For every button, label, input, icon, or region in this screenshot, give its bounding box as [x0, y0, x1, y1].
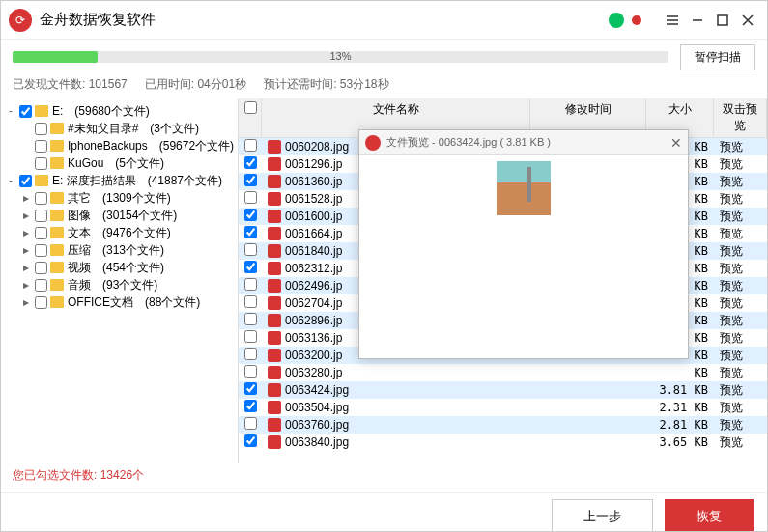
- file-checkbox[interactable]: [244, 278, 257, 291]
- file-checkbox[interactable]: [244, 295, 257, 308]
- file-checkbox[interactable]: [244, 417, 257, 430]
- pause-scan-button[interactable]: 暂停扫描: [680, 44, 755, 70]
- action-row: 上一步 恢复: [1, 492, 767, 532]
- prev-step-button[interactable]: 上一步: [552, 499, 653, 533]
- expand-icon[interactable]: ▸: [20, 295, 32, 309]
- select-all-checkbox[interactable]: [244, 101, 257, 114]
- folder-tree[interactable]: -E: (59680个文件)#未知父目录# (3个文件)IphoneBackup…: [1, 98, 239, 463]
- file-checkbox[interactable]: [244, 313, 257, 325]
- tree-checkbox[interactable]: [35, 262, 47, 274]
- file-checkbox[interactable]: [244, 365, 257, 378]
- wechat-icon[interactable]: [609, 13, 624, 28]
- preview-title: 文件预览 - 0063424.jpg ( 3.81 KB ): [386, 135, 551, 150]
- menu-button[interactable]: [661, 9, 684, 32]
- file-checkbox[interactable]: [244, 243, 257, 256]
- file-icon: [268, 366, 281, 379]
- tree-checkbox[interactable]: [35, 123, 47, 135]
- tree-item[interactable]: ▸文本 (9476个文件): [1, 224, 238, 241]
- close-button[interactable]: [736, 9, 759, 32]
- file-icon: [268, 401, 281, 414]
- tree-item[interactable]: ▸音频 (93个文件): [1, 276, 238, 294]
- progress-fill: [13, 51, 98, 63]
- file-name: 0060208.jpg: [285, 140, 349, 154]
- tree-checkbox[interactable]: [35, 279, 47, 292]
- file-size: 3.65 KB: [646, 433, 714, 452]
- file-icon: [268, 383, 281, 397]
- file-checkbox[interactable]: [244, 330, 257, 343]
- file-row[interactable]: 0063424.jpg3.81 KB预览: [239, 381, 767, 399]
- file-name: 0062704.jp: [285, 296, 342, 310]
- file-checkbox[interactable]: [244, 348, 257, 360]
- tree-item[interactable]: ▸视频 (454个文件): [1, 259, 238, 276]
- recover-button[interactable]: 恢复: [665, 499, 754, 533]
- folder-icon: [50, 296, 64, 308]
- file-icon: [268, 435, 281, 449]
- file-preview-link[interactable]: 预览: [714, 432, 767, 454]
- progress-percent: 13%: [329, 50, 351, 62]
- svg-rect-0: [718, 15, 727, 25]
- expand-icon[interactable]: ▸: [20, 278, 32, 292]
- expand-icon[interactable]: -: [5, 174, 16, 187]
- file-name: 0063840.jpg: [285, 435, 349, 449]
- notification-dot-icon[interactable]: [632, 15, 641, 25]
- file-row[interactable]: 0063504.jpg2.31 KB预览: [239, 399, 767, 416]
- file-checkbox[interactable]: [244, 174, 257, 186]
- expand-icon[interactable]: ▸: [20, 243, 32, 257]
- tree-item[interactable]: -E: 深度扫描结果 (41887个文件): [1, 172, 238, 189]
- tree-checkbox[interactable]: [35, 227, 47, 239]
- tree-checkbox[interactable]: [35, 157, 47, 170]
- tree-checkbox[interactable]: [35, 140, 47, 153]
- file-name: 0063760.jpg: [285, 418, 349, 432]
- file-row[interactable]: 0063840.jpg3.65 KB预览: [239, 434, 767, 451]
- file-checkbox[interactable]: [244, 156, 257, 169]
- header-preview[interactable]: 双击预览: [714, 98, 767, 137]
- file-row[interactable]: 0063760.jpg2.81 KB预览: [239, 416, 767, 434]
- file-name: 0063424.jpg: [285, 383, 349, 397]
- file-checkbox[interactable]: [244, 191, 257, 204]
- expand-icon[interactable]: -: [5, 104, 16, 118]
- expand-icon[interactable]: ▸: [20, 261, 32, 274]
- tree-checkbox[interactable]: [19, 175, 32, 187]
- tree-checkbox[interactable]: [35, 210, 47, 222]
- folder-icon: [50, 262, 64, 273]
- preview-close-button[interactable]: ✕: [670, 135, 682, 151]
- tree-item[interactable]: ▸压缩 (313个文件): [1, 241, 238, 259]
- file-list: 文件名称 修改时间 大小 双击预览 0060208.jpg3.87 KB预览00…: [239, 98, 767, 463]
- minimize-button[interactable]: [686, 9, 709, 32]
- tree-checkbox[interactable]: [35, 244, 47, 257]
- file-checkbox[interactable]: [244, 139, 257, 152]
- file-row[interactable]: 0063280.jpKB预览: [239, 364, 767, 381]
- file-name: 0063200.jp: [285, 349, 342, 362]
- tree-item[interactable]: IphoneBackups (59672个文件): [1, 137, 238, 154]
- folder-icon: [50, 244, 64, 256]
- file-icon: [268, 175, 281, 188]
- preview-logo-icon: [365, 135, 381, 151]
- file-name: 0061664.jp: [285, 227, 342, 240]
- tree-item[interactable]: ▸图像 (30154个文件): [1, 207, 238, 224]
- file-icon: [268, 418, 281, 432]
- folder-icon: [35, 175, 48, 186]
- expand-icon[interactable]: ▸: [20, 209, 32, 222]
- file-size: 2.81 KB: [646, 415, 714, 434]
- tree-item[interactable]: #未知父目录# (3个文件): [1, 120, 238, 137]
- file-icon: [268, 296, 281, 310]
- file-checkbox[interactable]: [244, 226, 257, 238]
- folder-icon: [50, 157, 64, 169]
- file-checkbox[interactable]: [244, 382, 257, 395]
- tree-checkbox[interactable]: [19, 105, 32, 118]
- tree-checkbox[interactable]: [35, 296, 47, 309]
- expand-icon[interactable]: ▸: [20, 226, 32, 239]
- file-name: 0063504.jpg: [285, 401, 349, 414]
- file-checkbox[interactable]: [244, 261, 257, 273]
- file-checkbox[interactable]: [244, 209, 257, 221]
- tree-item[interactable]: -E: (59680个文件): [1, 102, 238, 120]
- expand-icon[interactable]: ▸: [20, 191, 32, 205]
- file-checkbox[interactable]: [244, 400, 257, 412]
- tree-item[interactable]: ▸其它 (1309个文件): [1, 189, 238, 207]
- maximize-button[interactable]: [711, 9, 734, 32]
- tree-item[interactable]: ▸OFFICE文档 (88个文件): [1, 294, 238, 311]
- file-checkbox[interactable]: [244, 434, 257, 447]
- tree-checkbox[interactable]: [35, 192, 47, 205]
- tree-item[interactable]: KuGou (5个文件): [1, 154, 238, 172]
- progress-bar: 13%: [13, 51, 668, 63]
